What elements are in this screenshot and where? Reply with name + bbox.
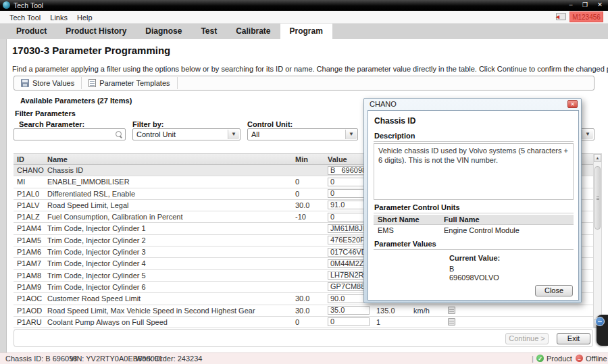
tab-item[interactable]: Calibrate <box>226 24 280 39</box>
user-id-badge[interactable]: M123456 <box>569 11 603 22</box>
window-title: Tech Tool <box>14 1 43 9</box>
chevron-down-icon[interactable]: ▼ <box>582 130 593 139</box>
menu-item[interactable]: Help <box>77 11 93 24</box>
scroll-up-icon[interactable]: ▲ <box>594 154 601 162</box>
param-min: -10 <box>295 212 306 222</box>
param-min: 0 <box>295 189 299 199</box>
param-min: 30.0 <box>295 294 309 304</box>
filter-by-select[interactable]: Control Unit ▼ <box>132 128 240 140</box>
maximize-button[interactable]: ❐ <box>579 1 591 9</box>
parameter-toolbar: Store Values Parameter Templates <box>14 76 594 90</box>
menu-item[interactable]: Links <box>50 11 68 24</box>
continue-button[interactable]: Continue > <box>505 333 549 344</box>
action-bar: Continue > Exit <box>14 329 593 347</box>
store-values-button[interactable]: Store Values <box>14 76 81 90</box>
pcu-section-label: Parameter Control Units <box>374 203 460 211</box>
page-title: 17030-3 Parameter Programming <box>12 45 170 56</box>
param-name: Coolant Pump Always on Full Speed <box>47 317 168 328</box>
param-id: P1AM6 <box>17 247 41 257</box>
parameter-templates-button[interactable]: Parameter Templates <box>82 76 176 90</box>
product-status-label: Product <box>547 355 572 363</box>
menu-item-label: Tech Tool <box>9 14 41 22</box>
tab-item[interactable]: Diagnose <box>136 24 191 39</box>
current-value-line1: B <box>449 265 454 273</box>
menubar: Tech ToolLinksHelp M123456 <box>0 11 608 24</box>
param-name: Customer Road Speed Limit <box>47 294 141 304</box>
search-input[interactable] <box>14 128 126 140</box>
toolbar-separator <box>177 77 178 89</box>
filter-parameters-label: Filter Parameters <box>15 109 76 118</box>
param-name: Trim Code, Injector Cylinder 4 <box>47 259 146 269</box>
app-logo-icon <box>3 1 10 9</box>
dialog-close-button[interactable]: Close <box>535 285 573 296</box>
param-id: P1AOD <box>17 306 42 316</box>
status-work-order: Work Order: 243234 <box>135 355 202 363</box>
window-frame-strip <box>0 39 7 353</box>
pcu-short-name: EMS <box>378 226 394 235</box>
message-icon[interactable] <box>556 13 566 20</box>
menu-item-label: Links <box>50 14 68 22</box>
param-name: Trim Code, Injector Cylinder 2 <box>47 236 146 246</box>
remote-access-icon <box>595 317 605 326</box>
table-scrollbar[interactable]: ▲ ▼ <box>593 153 602 328</box>
param-name: Trim Code, Injector Cylinder 1 <box>47 224 146 234</box>
available-parameters-label: Available Parameters (27 Items) <box>20 97 132 105</box>
titlebar: Tech Tool – ❐ ✕ <box>0 0 608 11</box>
chevron-down-icon[interactable]: ▼ <box>345 130 357 139</box>
chevron-down-icon[interactable]: ▼ <box>228 130 239 139</box>
side-panel-handle[interactable] <box>597 315 608 346</box>
param-unit: km/h <box>413 306 430 316</box>
close-window-button[interactable]: ✕ <box>594 1 606 9</box>
column-header-min[interactable]: Min <box>295 155 308 165</box>
main-tabbar: ProductProduct HistoryDiagnoseTestCalibr… <box>0 24 608 39</box>
page-description: Find a parameter applying a filter using… <box>12 65 608 73</box>
param-name: ENABLE_IMMOBILISER <box>47 177 130 187</box>
tab-label: Test <box>201 26 217 36</box>
param-name: Road Speed Limit, Legal <box>47 201 128 211</box>
param-id: P1AM5 <box>17 236 41 246</box>
pcu-full-name: Engine Control Module <box>444 226 520 235</box>
param-name: Trim Code, Injector Cylinder 3 <box>47 247 146 257</box>
param-id: CHANO <box>17 165 44 176</box>
param-name: Chassis ID <box>47 165 83 176</box>
param-id: P1AOC <box>17 294 42 304</box>
search-icon <box>115 130 122 138</box>
param-value-input[interactable]: 35.0 <box>328 306 370 315</box>
template-icon <box>88 79 96 87</box>
tab-item[interactable]: Program <box>280 24 332 39</box>
status-chassis-id: Chassis ID: B 696098 <box>5 355 77 363</box>
param-id: P1AM7 <box>17 259 41 269</box>
menu-item[interactable]: Tech Tool <box>9 11 41 24</box>
tab-label: Product <box>16 26 47 36</box>
tab-item[interactable]: Product <box>7 24 56 39</box>
table-row[interactable]: P1AOD Road Speed Limit, Max Vehicle Spee… <box>14 305 593 317</box>
pcu-header-row: Short Name Full Name <box>374 215 574 225</box>
control-unit-select[interactable]: All ▼ <box>247 128 358 140</box>
tab-label: Diagnose <box>145 26 182 36</box>
param-name: Fuel Consumption, Calibration in Percent <box>47 212 183 222</box>
column-header-value[interactable]: Value <box>328 155 347 165</box>
dialog-close-icon[interactable]: ✕ <box>567 100 578 108</box>
tab-item[interactable]: Product History <box>56 24 136 39</box>
param-grid-icon[interactable] <box>448 318 455 326</box>
column-header-name[interactable]: Name <box>47 155 68 165</box>
table-row[interactable]: P1ARU Coolant Pump Always on Full Speed … <box>14 317 593 328</box>
minimize-button[interactable]: – <box>565 1 577 9</box>
param-grid-icon[interactable] <box>448 307 455 314</box>
offline-status-label: Offline <box>586 355 607 363</box>
store-values-label: Store Values <box>32 79 74 87</box>
param-name: Road Speed Limit, Max Vehicle Speed in S… <box>47 306 255 316</box>
param-id: P1ALZ <box>17 212 40 222</box>
tab-label: Program <box>290 26 323 36</box>
scrollbar-thumb[interactable] <box>594 166 601 230</box>
tab-item[interactable]: Test <box>191 24 226 39</box>
status-separator: | <box>532 355 534 363</box>
param-value-input[interactable]: 0 <box>328 317 370 326</box>
column-header-id[interactable]: ID <box>17 155 24 165</box>
filter-by-label: Filter by: <box>132 120 163 128</box>
statusbar: Chassis ID: B 696098 VIN: YV2RTY0A0EB696… <box>0 353 608 364</box>
param-min: 0 <box>295 317 299 328</box>
param-name: Differentiated RSL, Enable <box>47 189 135 199</box>
exit-button[interactable]: Exit <box>557 333 590 344</box>
section-divider <box>374 213 574 213</box>
